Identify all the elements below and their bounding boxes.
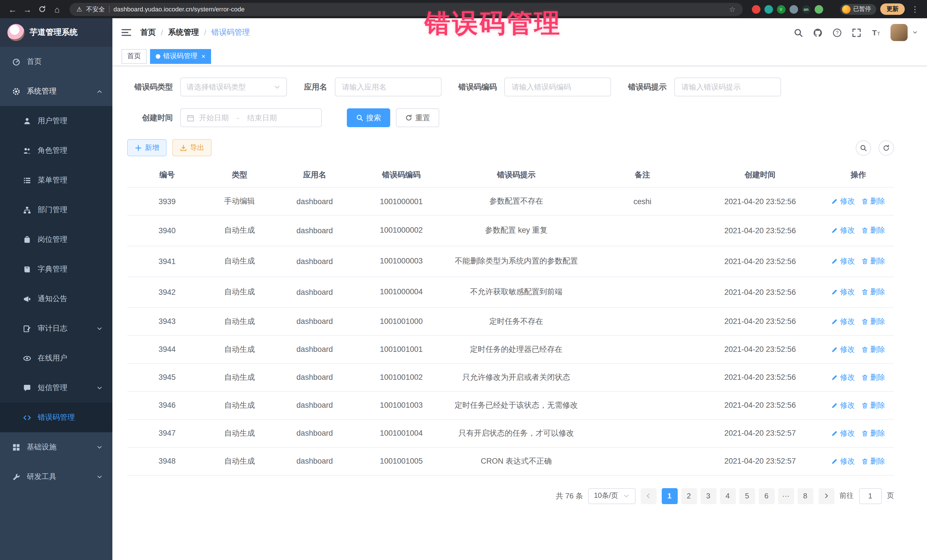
edit-pencil-icon (831, 227, 838, 234)
cell-app: dashboard (272, 246, 357, 277)
sidebar-item[interactable]: 角色管理 (0, 136, 112, 165)
goto-page-input[interactable] (859, 488, 881, 504)
sidebar-item[interactable]: 系统管理 (0, 76, 112, 106)
user-avatar[interactable] (891, 24, 907, 41)
breadcrumb-item[interactable]: 首页 (140, 27, 156, 38)
edit-link[interactable]: 修改 (831, 400, 855, 411)
delete-link[interactable]: 删除 (862, 287, 885, 297)
add-button[interactable]: 新增 (127, 139, 167, 156)
paused-badge[interactable]: 已暂停 (840, 4, 876, 15)
extension-icon[interactable]: on (802, 5, 810, 14)
app-logo[interactable]: 芋道管理系统 (0, 18, 112, 47)
page-button[interactable]: 4 (720, 488, 736, 504)
column-header: 错误码提示 (445, 163, 587, 187)
edit-link[interactable]: 修改 (831, 226, 855, 236)
search-button[interactable]: 搜索 (347, 108, 390, 127)
error-type-select[interactable]: 请选择错误码类型 (180, 77, 287, 96)
filter-row-1: 错误码类型 请选择错误码类型 应用名 错误码编码 错误码提示 (127, 77, 894, 96)
edit-link[interactable]: 修改 (831, 287, 855, 297)
browser-menu-icon[interactable]: ⋮ (909, 5, 921, 14)
hamburger-icon[interactable] (122, 29, 131, 36)
sidebar-item[interactable]: 短信管理 (0, 373, 112, 403)
page-size-select[interactable]: 10条/页 (588, 488, 635, 504)
refresh-button[interactable] (878, 140, 894, 155)
extension-icon[interactable] (789, 5, 798, 14)
reload-button[interactable] (35, 5, 49, 13)
sidebar-item[interactable]: 用户管理 (0, 106, 112, 136)
delete-link[interactable]: 删除 (862, 344, 885, 355)
home-button[interactable]: ⌂ (50, 4, 64, 14)
forward-button[interactable]: → (21, 4, 34, 14)
delete-link[interactable]: 删除 (862, 372, 885, 382)
page-button[interactable]: 8 (797, 488, 813, 504)
url-bar[interactable]: ⚠ 不安全 dashboard.yudao.iocoder.cn/system/… (70, 3, 742, 16)
next-page-button[interactable] (818, 488, 834, 504)
search-icon[interactable] (793, 28, 803, 37)
extension-icon[interactable] (815, 5, 823, 14)
sidebar-item[interactable]: 研发工具 (0, 462, 112, 492)
extension-icon[interactable] (752, 5, 760, 14)
sidebar-item[interactable]: 岗位管理 (0, 225, 112, 254)
sidebar-item[interactable]: 错误码管理 (0, 403, 112, 432)
cell-remark (587, 277, 698, 308)
sidebar-item[interactable]: 部门管理 (0, 195, 112, 225)
tab-item[interactable]: 错误码管理× (150, 49, 211, 64)
tab-close-icon[interactable]: × (201, 52, 205, 60)
create-time-label: 创建时间 (127, 112, 173, 123)
back-button[interactable]: ← (6, 4, 20, 14)
delete-link[interactable]: 删除 (862, 317, 885, 327)
page-button[interactable]: 2 (681, 488, 697, 504)
page-button[interactable]: 1 (661, 488, 678, 504)
delete-link[interactable]: 删除 (862, 226, 885, 236)
date-range-picker[interactable]: 开始日期 - 结束日期 (180, 108, 322, 127)
delete-link[interactable]: 删除 (862, 196, 885, 206)
prev-page-button[interactable] (640, 488, 656, 504)
sidebar-item[interactable]: 基础设施 (0, 432, 112, 462)
sidebar-item[interactable]: 审计日志 (0, 314, 112, 343)
page-button[interactable]: 5 (739, 488, 755, 504)
bookmark-star-icon[interactable]: ☆ (729, 5, 736, 14)
delete-link[interactable]: 删除 (862, 456, 885, 466)
delete-link[interactable]: 删除 (862, 428, 885, 439)
edit-link[interactable]: 修改 (831, 344, 855, 355)
extension-icon[interactable] (764, 5, 773, 14)
error-code-input[interactable] (504, 77, 611, 96)
export-button[interactable]: 导出 (172, 139, 212, 156)
breadcrumb-item[interactable]: 错误码管理 (211, 27, 250, 38)
edit-link[interactable]: 修改 (831, 456, 855, 466)
sidebar-item[interactable]: 菜单管理 (0, 165, 112, 195)
sidebar-item[interactable]: 通知公告 (0, 284, 112, 314)
help-icon[interactable]: ? (832, 28, 842, 37)
github-icon[interactable] (813, 28, 823, 37)
edit-link[interactable]: 修改 (831, 256, 855, 267)
page-button[interactable]: 6 (758, 488, 774, 504)
page-button[interactable]: 3 (700, 488, 716, 504)
extension-icon[interactable] (827, 5, 836, 14)
app-name-input[interactable] (334, 77, 441, 96)
reset-button[interactable]: 重置 (396, 108, 439, 127)
navbar-actions: ? TT (793, 24, 918, 41)
update-button[interactable]: 更新 (880, 3, 905, 15)
sidebar-item[interactable]: 字典管理 (0, 254, 112, 284)
fullscreen-icon[interactable] (852, 28, 862, 37)
tab-item[interactable]: 首页 (122, 49, 147, 64)
url-text[interactable]: dashboard.yudao.iocoder.cn/system/error-… (114, 6, 245, 12)
error-msg-input[interactable] (674, 77, 781, 96)
delete-link[interactable]: 删除 (862, 256, 885, 267)
edit-link[interactable]: 修改 (831, 428, 855, 439)
reset-button-icon (405, 114, 412, 121)
security-label[interactable]: 不安全 (86, 5, 105, 14)
toggle-search-button[interactable] (856, 140, 871, 155)
avatar-caret-icon[interactable] (912, 30, 918, 35)
breadcrumb-item[interactable]: 系统管理 (168, 27, 199, 38)
sidebar-item[interactable]: 首页 (0, 47, 112, 76)
font-size-icon[interactable]: TT (871, 28, 881, 37)
edit-link[interactable]: 修改 (831, 196, 855, 206)
sidebar-item[interactable]: 在线用户 (0, 343, 112, 373)
page-more-button[interactable]: ··· (778, 488, 794, 504)
extension-icon[interactable]: V (777, 5, 785, 14)
edit-link[interactable]: 修改 (831, 372, 855, 382)
delete-link[interactable]: 删除 (862, 400, 885, 411)
edit-link[interactable]: 修改 (831, 317, 855, 327)
breadcrumb-separator: / (161, 28, 163, 37)
